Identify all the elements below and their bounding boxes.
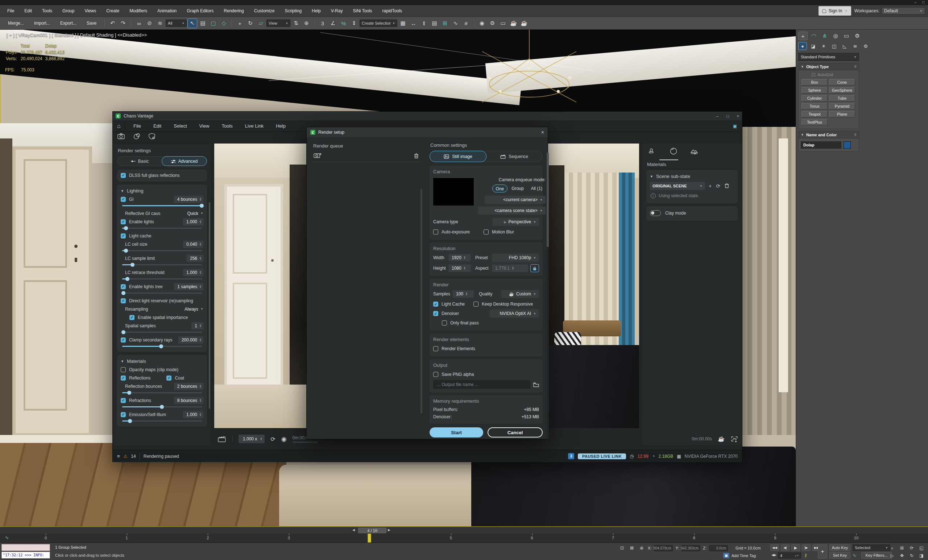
- track-bar[interactable]: ∿ 012345678910: [0, 534, 928, 543]
- checkbox[interactable]: [121, 219, 126, 224]
- time-slider-handle[interactable]: 4 / 10: [358, 528, 386, 533]
- toolbar-text-button[interactable]: Export...: [55, 19, 82, 27]
- shapes-category-icon[interactable]: ◪: [809, 42, 817, 50]
- play-icon[interactable]: ◉: [281, 435, 287, 443]
- enable-lights-slider[interactable]: [122, 227, 202, 229]
- primitive-button[interactable]: Cylinder: [801, 95, 827, 101]
- schematic-view-icon[interactable]: #: [461, 18, 471, 28]
- maximize-viewport-icon[interactable]: ◨: [917, 552, 926, 559]
- reference-coordinate-dropdown[interactable]: View▼: [266, 20, 290, 27]
- enable-lights-row[interactable]: Enable lights 1.000▲▼: [117, 217, 207, 226]
- vantage-titlebar[interactable]: Chaos Vantage – □ ×: [113, 111, 742, 121]
- checkbox[interactable]: [121, 398, 126, 403]
- loop-icon[interactable]: ⟳: [270, 436, 275, 443]
- primitive-button[interactable]: GeoSphere: [829, 87, 855, 93]
- checkbox[interactable]: [433, 302, 438, 307]
- dlss-checkbox-row[interactable]: DLSS full glass reflections: [117, 171, 207, 179]
- current-camera-dropdown[interactable]: <current camera>▼: [485, 196, 546, 204]
- render-production-icon[interactable]: ☕: [508, 18, 518, 28]
- systems-category-icon[interactable]: ⚙: [861, 42, 870, 50]
- max-menu-item[interactable]: Modifiers: [125, 7, 151, 15]
- next-key-button[interactable]: |▶: [802, 545, 810, 551]
- checkbox[interactable]: [433, 311, 438, 316]
- live-link-status-badge[interactable]: PAUSED LIVE LINK: [578, 453, 626, 459]
- lc-sample-limit-spinner[interactable]: 256▲▼: [187, 255, 203, 262]
- trackbar-tick[interactable]: 2: [205, 534, 211, 543]
- denoiser-dropdown[interactable]: NVIDIA OptiX AI▼: [490, 310, 539, 317]
- toolbar-text-button[interactable]: Merge...: [3, 19, 29, 27]
- checkbox[interactable]: [121, 197, 126, 202]
- checkbox[interactable]: [121, 284, 126, 289]
- scene-substate-header[interactable]: ▼Scene sub-state: [646, 171, 738, 180]
- gi-row[interactable]: GI 4 bounces▲▼: [117, 195, 207, 203]
- max-maximize-button[interactable]: □: [922, 0, 924, 5]
- select-and-manipulate-icon[interactable]: ⊕: [302, 18, 311, 28]
- helpers-category-icon[interactable]: ◺: [840, 42, 849, 50]
- trackbar-tick[interactable]: 7: [610, 534, 616, 543]
- workspace-dropdown[interactable]: Default ▼: [882, 7, 925, 14]
- primitive-button[interactable]: Sphere: [801, 87, 827, 93]
- reflection-bounces-spinner[interactable]: 2 bounces▲▼: [174, 383, 203, 390]
- max-menu-item[interactable]: rapidTools: [378, 7, 407, 15]
- motion-tab-icon[interactable]: ◎: [831, 32, 840, 40]
- zoom-icon[interactable]: ⌕: [887, 545, 897, 552]
- start-render-button[interactable]: Start: [430, 427, 483, 438]
- lc-retrace-slider[interactable]: [122, 278, 202, 279]
- set-keys-button[interactable]: +: [818, 545, 827, 558]
- select-and-link-icon[interactable]: ∞: [134, 18, 144, 28]
- spatial-samples-slider[interactable]: [122, 332, 202, 333]
- opacity-maps-row[interactable]: Opacity maps (clip mode): [117, 365, 207, 374]
- lights-category-icon[interactable]: ☀: [819, 42, 828, 50]
- checkbox[interactable]: [121, 233, 126, 238]
- cameras-category-icon[interactable]: ◫: [830, 42, 838, 50]
- max-menu-item[interactable]: Views: [80, 7, 101, 15]
- select-and-rotate-icon[interactable]: ↻: [246, 18, 255, 28]
- mini-listener-output[interactable]: "17:32:12 >>> INFO:: [2, 552, 50, 558]
- time-slider[interactable]: ◀ 4 / 10 ▶: [0, 526, 928, 534]
- preset-dropdown[interactable]: FHD 1080p▼: [492, 254, 539, 262]
- emission-row[interactable]: Emission/Self-Illum 1.000▲▼: [117, 410, 207, 419]
- materials-section-header[interactable]: ▼Materials: [117, 356, 207, 365]
- max-menu-item[interactable]: Help: [307, 7, 325, 15]
- enable-lights-spinner[interactable]: 1.000▲▼: [183, 218, 203, 226]
- quality-dropdown[interactable]: ☕ Custom▼: [501, 290, 539, 298]
- render-iterative-icon[interactable]: ☕: [519, 18, 529, 28]
- checkbox[interactable]: [442, 320, 447, 325]
- browse-folder-icon[interactable]: [533, 382, 539, 387]
- x-coordinate-field[interactable]: 904.579cm: [654, 545, 673, 551]
- max-menu-item[interactable]: Create: [102, 7, 124, 15]
- lighting-section-header[interactable]: ▼Lighting: [117, 186, 207, 195]
- toolbar-text-button[interactable]: Import...: [29, 19, 55, 27]
- material-editor-icon[interactable]: ◉: [477, 18, 487, 28]
- camera-type-dropdown[interactable]: ▹ Perspective▼: [493, 218, 539, 226]
- window-crossing-icon[interactable]: ◇: [219, 18, 229, 28]
- orbit-camera-icon[interactable]: [133, 133, 140, 140]
- mini-listener-macro[interactable]: [2, 544, 50, 551]
- checkbox[interactable]: [433, 229, 438, 235]
- direct-light-resampling-row[interactable]: Direct light reservoir (re)sampling: [117, 296, 207, 305]
- enqueue-mode-option[interactable]: All (1): [528, 185, 546, 192]
- primitive-button[interactable]: Box: [801, 79, 827, 85]
- enqueue-mode-option[interactable]: Group: [508, 185, 527, 192]
- zoom-region-icon[interactable]: ◱: [917, 545, 926, 552]
- vantage-close-button[interactable]: ×: [737, 114, 739, 118]
- checkbox[interactable]: [484, 229, 488, 235]
- vantage-menu-item[interactable]: Tools: [215, 121, 238, 131]
- vantage-menu-item[interactable]: Select: [168, 121, 193, 131]
- bind-to-space-warp-icon[interactable]: ≋: [155, 18, 165, 28]
- sign-in-button[interactable]: Sign In ▼: [818, 6, 851, 15]
- environment-icon[interactable]: [649, 148, 657, 154]
- vantage-menu-item[interactable]: View: [193, 121, 216, 131]
- checkbox[interactable]: [433, 372, 438, 377]
- primitive-button[interactable]: Teapot: [801, 111, 827, 117]
- spacewarps-category-icon[interactable]: ≋: [851, 42, 859, 50]
- angle-snap-icon[interactable]: ∠: [328, 18, 338, 28]
- samples-spinner[interactable]: 100▲▼: [453, 290, 474, 298]
- refractions-row[interactable]: Refractions 8 bounces▲▼: [117, 396, 207, 404]
- undo-icon[interactable]: ↶: [108, 18, 118, 28]
- utilities-tab-icon[interactable]: ⚙: [853, 32, 862, 40]
- emission-slider[interactable]: [122, 420, 202, 421]
- align-icon[interactable]: ‖: [419, 18, 429, 28]
- viewport-label[interactable]: [ + ] [ VRayCam001 ] [ Standard ] [ Defa…: [6, 32, 147, 38]
- current-frame-field[interactable]: 4▲▼: [778, 552, 801, 558]
